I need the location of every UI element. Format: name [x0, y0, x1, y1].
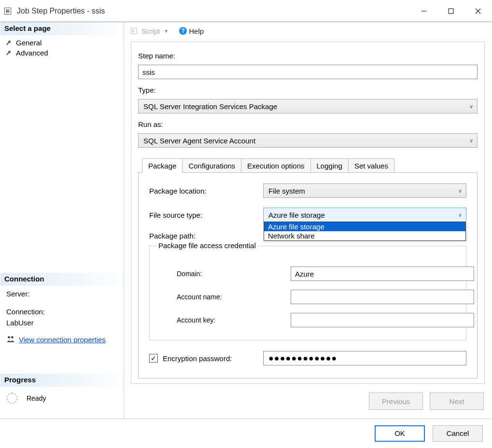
sidebar-item-label: Advanced — [16, 49, 48, 57]
account-key-input[interactable] — [291, 313, 474, 327]
wrench-icon — [5, 40, 12, 46]
cancel-button[interactable]: Cancel — [433, 425, 483, 442]
spinner-icon — [6, 392, 18, 404]
type-label: Type: — [138, 86, 478, 94]
package-location-label: Package location: — [149, 187, 260, 195]
package-location-select[interactable]: File system ∨ — [263, 183, 466, 198]
people-icon — [6, 335, 15, 345]
run-as-value: SQL Server Agent Service Account — [143, 137, 255, 145]
window-title: Job Step Properties - ssis — [17, 7, 105, 15]
sidebar-item-general[interactable]: General — [0, 38, 124, 48]
tab-package[interactable]: Package — [142, 158, 183, 173]
encryption-mask: ●●●●●●●●●●●● — [268, 353, 337, 364]
file-source-type-dropdown: Azure file storage Network share — [264, 222, 466, 241]
chevron-down-icon: ∨ — [469, 138, 473, 144]
ok-button[interactable]: OK — [375, 425, 425, 442]
tab-body: Package location: File system ∨ File sou… — [138, 172, 478, 378]
help-label: Help — [189, 27, 204, 35]
chevron-down-icon: ∨ — [458, 188, 462, 194]
encryption-checkbox[interactable]: ✓ Encryption password: — [149, 354, 260, 363]
tab-execution-options[interactable]: Execution options — [241, 158, 310, 173]
tab-set-values[interactable]: Set values — [348, 158, 394, 173]
sidebar-item-label: General — [16, 39, 42, 47]
tab-bar: Package Configurations Execution options… — [142, 158, 478, 173]
file-source-type-value: Azure file storage — [268, 211, 325, 219]
checkbox-icon: ✓ — [149, 354, 158, 363]
file-source-type-select[interactable]: Azure file storage ∨ Azure file storage … — [263, 208, 466, 222]
form-area: Step name: Type: SQL Server Integration … — [131, 42, 485, 384]
account-key-label: Account key: — [177, 316, 273, 324]
script-dropdown-icon[interactable]: ▼ — [164, 28, 169, 34]
type-select[interactable]: SQL Server Integration Services Package … — [138, 99, 478, 113]
minimize-button[interactable] — [410, 0, 437, 22]
sidebar: Select a page General Advanced Connectio… — [0, 22, 124, 419]
connection-header: Connection — [0, 273, 124, 286]
select-page-header: Select a page — [0, 22, 124, 36]
account-name-label: Account name: — [177, 293, 273, 301]
main-pane: Script ▼ ? Help Step name: Type: SQL Ser… — [124, 22, 492, 419]
svg-point-7 — [8, 336, 10, 338]
account-name-input[interactable] — [291, 290, 474, 304]
dropdown-option[interactable]: Azure file storage — [264, 222, 465, 231]
domain-label: Domain: — [177, 270, 273, 278]
toolbar: Script ▼ ? Help — [124, 22, 492, 40]
help-button[interactable]: ? Help — [179, 27, 204, 35]
maximize-button[interactable] — [437, 0, 464, 22]
close-button[interactable] — [464, 0, 492, 22]
help-icon: ? — [179, 27, 187, 35]
previous-button[interactable]: Previous — [369, 392, 423, 410]
connection-label: Connection: — [6, 308, 118, 316]
credential-group-title: Package file access credential — [156, 241, 258, 250]
step-name-input[interactable] — [138, 65, 478, 79]
svg-rect-1 — [6, 9, 8, 13]
package-path-label: Package path: — [149, 232, 260, 240]
svg-rect-4 — [449, 9, 453, 14]
svg-rect-2 — [8, 9, 9, 13]
server-label: Server: — [6, 290, 118, 298]
next-button[interactable]: Next — [430, 392, 484, 410]
script-button[interactable]: Script — [141, 27, 160, 35]
titlebar: Job Step Properties - ssis — [0, 0, 492, 22]
step-name-label: Step name: — [138, 52, 478, 60]
encryption-password-input[interactable]: ●●●●●●●●●●●● — [263, 351, 466, 365]
run-as-label: Run as: — [138, 120, 478, 128]
progress-status: Ready — [27, 394, 46, 402]
dialog-footer: OK Cancel — [0, 419, 492, 448]
wrench-icon — [5, 50, 12, 56]
domain-input[interactable] — [291, 266, 474, 281]
script-icon — [130, 27, 138, 35]
run-as-select[interactable]: SQL Server Agent Service Account ∨ — [138, 133, 478, 148]
credential-group: Package file access credential Domain: A… — [149, 246, 466, 340]
encryption-label: Encryption password: — [163, 354, 232, 363]
svg-point-8 — [11, 336, 14, 338]
view-connection-properties-link[interactable]: View connection properties — [19, 336, 106, 344]
connection-value: LabUser — [6, 319, 118, 327]
chevron-down-icon: ∨ — [458, 212, 462, 218]
package-location-value: File system — [268, 187, 305, 195]
tab-logging[interactable]: Logging — [310, 158, 349, 173]
progress-header: Progress — [0, 374, 124, 387]
dialog-window: Job Step Properties - ssis Select a page… — [0, 0, 492, 448]
type-value: SQL Server Integration Services Package — [143, 102, 277, 111]
file-source-type-label: File source type: — [149, 211, 260, 219]
sidebar-item-advanced[interactable]: Advanced — [0, 48, 124, 58]
app-icon — [3, 7, 12, 15]
tab-configurations[interactable]: Configurations — [182, 158, 241, 173]
dropdown-option[interactable]: Network share — [264, 231, 465, 240]
chevron-down-icon: ∨ — [469, 103, 473, 110]
